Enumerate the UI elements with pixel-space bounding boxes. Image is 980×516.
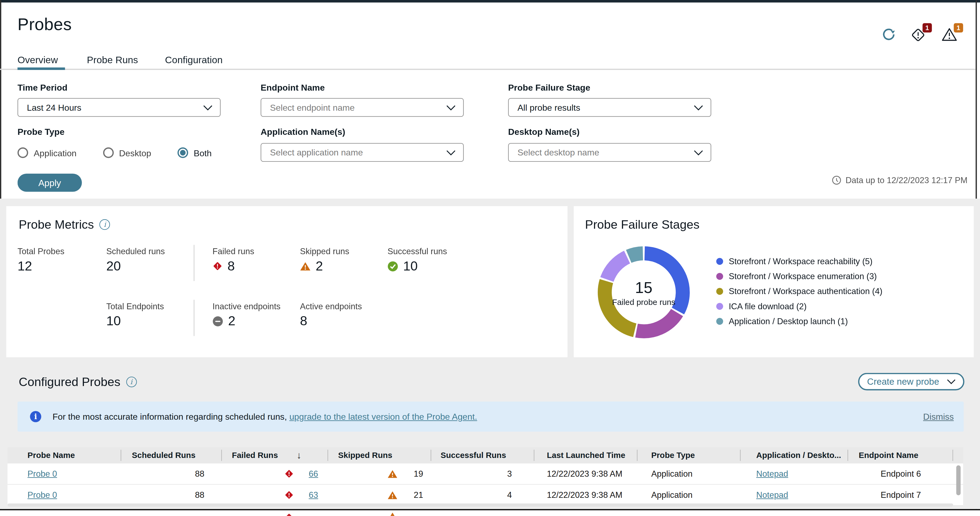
info-icon[interactable]: i xyxy=(100,219,110,230)
failed-runs-link[interactable]: 66 xyxy=(309,469,318,479)
table-row: Probe 0 88 66 19 3 12/22/2023 9:38 AM Ap… xyxy=(8,464,963,484)
metric-label: Failed runs xyxy=(213,247,255,256)
error-alert-icon[interactable]: 1 xyxy=(910,27,926,43)
desktop-names-dropdown[interactable]: Select desktop name xyxy=(508,143,711,162)
success-check-icon xyxy=(387,261,398,271)
endpoint-name-cell: Endpoint 7 xyxy=(848,490,953,500)
configured-probes-title: Configured Probes xyxy=(19,375,120,389)
col-scrollbar-gutter xyxy=(953,450,963,461)
apply-button[interactable]: Apply xyxy=(18,174,82,192)
radio-both[interactable]: Both xyxy=(178,147,212,158)
probe-failure-stage-dropdown[interactable]: All probe results xyxy=(508,98,711,117)
application-link[interactable]: Notepad xyxy=(756,490,788,500)
warning-alert-icon[interactable]: 1 xyxy=(941,27,958,43)
failed-runs-cell: 63 xyxy=(222,490,328,500)
failed-diamond-icon xyxy=(213,261,223,271)
legend-dot-icon xyxy=(716,318,723,324)
legend-item: Storefront / Workspace reachability (5) xyxy=(716,257,882,265)
failed-runs-link[interactable]: 63 xyxy=(309,490,318,500)
desktop-names-placeholder: Select desktop name xyxy=(517,147,694,157)
window-bottom-border xyxy=(0,509,980,510)
col-failed-runs[interactable]: Failed Runs↓ xyxy=(222,450,328,461)
info-filled-icon: i xyxy=(30,411,41,422)
skipped-runs-cell: 21 xyxy=(328,490,431,500)
upgrade-link[interactable]: upgrade to the latest version of the Pro… xyxy=(290,411,477,422)
col-scheduled-runs: Scheduled Runs xyxy=(121,450,222,461)
probe-name-link[interactable]: Probe 0 xyxy=(27,469,57,479)
metric-label: Inactive endpoints xyxy=(213,302,281,311)
legend-dot-icon xyxy=(716,273,723,279)
endpoint-name-dropdown[interactable]: Select endpoint name xyxy=(261,98,464,117)
time-period-label: Time Period xyxy=(18,83,67,92)
vertical-scrollbar-thumb[interactable] xyxy=(956,465,961,495)
partial-table-row xyxy=(285,512,409,516)
time-period-value: Last 24 Hours xyxy=(27,103,203,113)
probe-name-link[interactable]: Probe 0 xyxy=(27,490,57,500)
probe-failure-stage-label: Probe Failure Stage xyxy=(508,83,590,92)
skipped-runs-cell: 19 xyxy=(328,469,431,479)
legend-dot-icon xyxy=(716,303,723,309)
probe-type-label: Probe Type xyxy=(18,127,64,137)
legend-item: Storefront / Workspace enumeration (3) xyxy=(716,271,882,280)
app-window: Probes 1 1 Overview Probe Runs Configura… xyxy=(0,0,980,516)
metric-value: 8 xyxy=(300,314,307,329)
legend-dot-icon xyxy=(716,287,723,294)
radio-circle xyxy=(18,147,28,158)
probe-metrics-card: Probe Metrics i Total Probes 12 Schedule… xyxy=(6,206,567,357)
tabs-divider xyxy=(0,69,976,70)
donut-segment xyxy=(636,313,677,331)
application-link[interactable]: Notepad xyxy=(756,469,788,479)
warning-badge: 1 xyxy=(954,23,963,33)
probe-type-cell: Application xyxy=(637,490,741,500)
clock-icon xyxy=(832,176,841,185)
endpoint-name-cell: Endpoint 6 xyxy=(848,469,953,479)
legend-label: Storefront / Workspace enumeration (3) xyxy=(729,271,877,281)
tab-probe-runs[interactable]: Probe Runs xyxy=(87,54,138,65)
error-badge: 1 xyxy=(923,23,932,33)
window-top-border xyxy=(0,0,980,2)
tab-configuration[interactable]: Configuration xyxy=(165,54,223,65)
time-period-dropdown[interactable]: Last 24 Hours xyxy=(18,98,220,117)
col-endpoint-name: Endpoint Name xyxy=(848,450,953,461)
desktop-names-label: Desktop Name(s) xyxy=(508,127,579,137)
col-probe-name: Probe Name xyxy=(8,450,121,461)
metric-value: 12 xyxy=(18,259,32,273)
tab-overview[interactable]: Overview xyxy=(18,54,58,65)
col-skipped-runs: Skipped Runs xyxy=(328,450,431,461)
dismiss-link[interactable]: Dismiss xyxy=(923,411,954,422)
failed-diamond-icon xyxy=(285,490,294,500)
configured-probes-table: Probe Name Scheduled Runs Failed Runs↓ S… xyxy=(8,447,963,506)
scheduled-runs-cell: 88 xyxy=(121,490,222,500)
donut-segment xyxy=(607,257,627,279)
last-launched-cell: 12/22/2023 9:38 AM xyxy=(534,490,637,500)
info-icon[interactable]: i xyxy=(126,376,137,387)
radio-desktop[interactable]: Desktop xyxy=(103,147,151,158)
inactive-minus-icon xyxy=(213,316,223,326)
horizontal-scrollbar-track[interactable] xyxy=(8,503,953,507)
col-successful-runs: Successful Runs xyxy=(431,450,535,461)
probe-failure-stage-value: All probe results xyxy=(517,103,694,113)
failed-runs-cell: 66 xyxy=(222,468,328,479)
legend-dot-icon xyxy=(716,258,723,265)
metric-value: 20 xyxy=(106,259,121,273)
probe-metrics-title: Probe Metrics xyxy=(19,217,94,232)
scheduled-runs-cell: 88 xyxy=(121,469,222,479)
legend-label: Storefront / Workspace authentication (4… xyxy=(729,286,882,296)
create-new-probe-button[interactable]: Create new probe xyxy=(858,373,964,390)
metric-value: 10 xyxy=(106,314,121,329)
application-names-dropdown[interactable]: Select application name xyxy=(261,143,464,162)
skipped-triangle-icon xyxy=(387,491,398,499)
radio-application[interactable]: Application xyxy=(18,147,76,158)
chevron-down-icon xyxy=(947,379,955,384)
legend-label: Storefront / Workspace reachability (5) xyxy=(729,256,872,266)
metric-value: 2 xyxy=(213,314,235,329)
metric-label: Skipped runs xyxy=(300,247,349,256)
metric-label: Active endpoints xyxy=(300,302,362,311)
sort-desc-icon[interactable]: ↓ xyxy=(297,450,301,461)
refresh-icon[interactable] xyxy=(881,27,897,43)
metric-label: Total Endpoints xyxy=(106,302,164,311)
banner-text: For the most accurate information regard… xyxy=(52,411,923,422)
metric-value: 2 xyxy=(300,259,323,273)
table-header-row: Probe Name Scheduled Runs Failed Runs↓ S… xyxy=(8,447,963,464)
metric-value: 10 xyxy=(387,259,417,273)
